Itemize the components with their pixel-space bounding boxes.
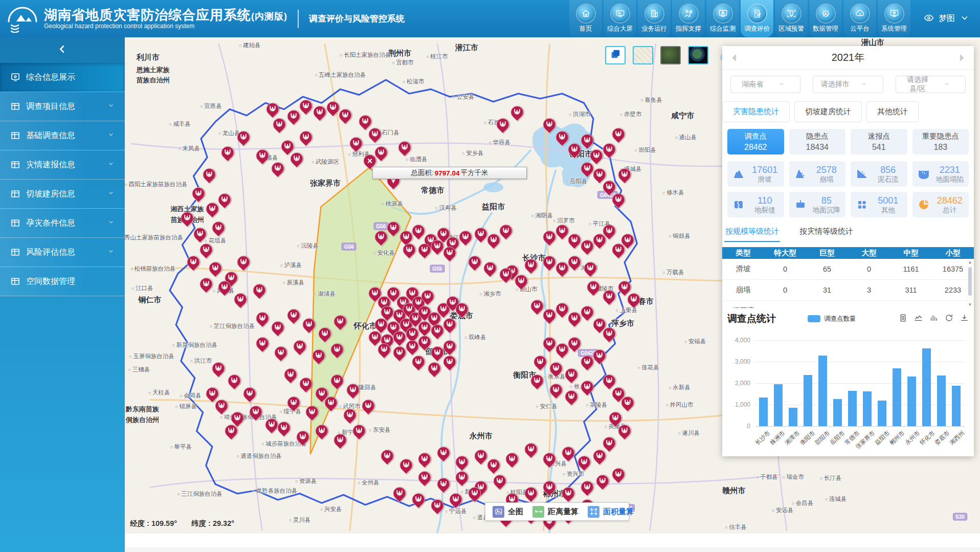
sidebar-item-2[interactable]: 基础调查信息 (0, 121, 125, 150)
hazard-point-marker[interactable] (253, 335, 271, 352)
hazard-point-marker[interactable] (484, 456, 502, 474)
chart-bar-岳阳市[interactable] (833, 399, 842, 426)
hazard-point-marker[interactable] (563, 388, 581, 406)
chevron-down-icon[interactable] (960, 13, 970, 25)
hazard-point-marker[interactable] (541, 450, 559, 468)
hazard-point-marker[interactable] (197, 275, 215, 293)
hazard-point-marker[interactable] (578, 478, 596, 496)
table-scrollbar[interactable]: ▲ ▼ (967, 260, 973, 307)
nav-item-cloud[interactable]: 云平台 (843, 0, 876, 37)
type-card-ground-subsidence[interactable]: 85 地面沉降 (789, 192, 846, 217)
sidebar-item-7[interactable]: 空间数据管理 (0, 267, 125, 296)
hazard-point-marker[interactable] (625, 291, 643, 308)
hazard-point-marker[interactable] (331, 431, 349, 449)
type-card-collapse[interactable]: 2578 崩塌 (789, 161, 846, 187)
hazard-point-marker[interactable] (609, 466, 627, 483)
hazard-point-marker[interactable] (250, 281, 268, 299)
hazard-point-marker[interactable] (270, 116, 288, 134)
table-row[interactable]: 崩塌03133112233 (722, 280, 974, 301)
chart-bar-湘潭市[interactable] (789, 408, 797, 426)
hazard-point-marker[interactable] (481, 259, 499, 277)
sidebar-item-0[interactable]: 综合信息展示 (0, 63, 125, 92)
hazard-point-marker[interactable] (206, 259, 224, 277)
hazard-point-marker[interactable] (600, 434, 618, 452)
hazard-point-marker[interactable] (578, 131, 596, 149)
hazard-point-marker[interactable] (559, 484, 577, 502)
hazard-point-marker[interactable] (491, 472, 508, 490)
hazard-point-marker[interactable] (575, 453, 593, 471)
hazard-point-marker[interactable] (328, 372, 346, 390)
type-card-total[interactable]: 28462 总计 (912, 192, 969, 217)
nav-item-bigscreen[interactable]: 综合大屏 (604, 0, 636, 37)
full-extent-button[interactable]: 全图 (493, 506, 523, 518)
hazard-point-marker[interactable] (344, 381, 362, 399)
type-card-other[interactable]: 5001 其他 (851, 192, 907, 217)
hazard-point-marker[interactable] (216, 191, 234, 209)
hazard-point-marker[interactable] (563, 366, 581, 384)
hazard-point-marker[interactable] (609, 191, 627, 209)
hazard-point-marker[interactable] (522, 484, 540, 502)
sidebar-item-5[interactable]: 孕灾条件信息 (0, 209, 125, 238)
hazard-point-marker[interactable] (303, 403, 321, 421)
chart-bar-郴州市[interactable] (893, 368, 901, 426)
hazard-point-marker[interactable] (508, 103, 526, 121)
eye-icon[interactable] (924, 13, 934, 25)
hazard-point-marker[interactable] (590, 447, 608, 465)
hazard-point-marker[interactable] (400, 240, 418, 258)
chart-legend[interactable]: 调查点数量 (808, 315, 856, 323)
hazard-point-marker[interactable] (409, 491, 427, 509)
hazard-point-marker[interactable] (350, 422, 368, 440)
hazard-point-marker[interactable] (609, 125, 627, 143)
hazard-point-marker[interactable] (272, 344, 290, 362)
hazard-point-marker[interactable] (615, 422, 633, 440)
sidebar-item-3[interactable]: 灾情速报信息 (0, 150, 125, 180)
hazard-point-marker[interactable] (453, 469, 471, 487)
hazard-point-marker[interactable] (297, 128, 315, 146)
chart-bar-长沙市[interactable] (759, 398, 768, 426)
summary-card-0[interactable]: 调查点 28462 (727, 129, 784, 154)
hazard-point-marker[interactable] (366, 125, 384, 143)
region-select-2[interactable]: 请选择县/区 (896, 76, 966, 93)
type-card-ground-fissure[interactable]: 110 地裂缝 (727, 192, 784, 217)
measure-area-button[interactable]: 面积量算 (588, 506, 634, 518)
hazard-point-marker[interactable] (200, 166, 218, 184)
bar-chart-icon[interactable] (929, 314, 938, 324)
refresh-icon[interactable] (945, 314, 953, 324)
hazard-point-marker[interactable] (264, 100, 282, 118)
hazard-point-marker[interactable] (253, 147, 271, 165)
hazard-point-marker[interactable] (328, 341, 346, 359)
hazard-point-marker[interactable] (522, 440, 540, 458)
hazard-point-marker[interactable] (465, 253, 483, 271)
hazard-point-marker[interactable] (231, 291, 249, 308)
hazard-point-marker[interactable] (284, 394, 302, 412)
hazard-point-marker[interactable] (578, 378, 596, 396)
hazard-point-marker[interactable] (425, 360, 443, 378)
hazard-point-marker[interactable] (219, 144, 237, 162)
hazard-point-marker[interactable] (234, 128, 252, 146)
hazard-point-marker[interactable] (291, 338, 308, 356)
hazard-point-marker[interactable] (494, 116, 511, 134)
grade-subtab-1[interactable]: 按灾情等级统计 (798, 227, 854, 242)
hazard-point-marker[interactable] (440, 353, 458, 371)
chart-bar-湘西州[interactable] (952, 386, 961, 426)
sidebar-item-4[interactable]: 切坡建房信息 (0, 180, 125, 209)
sidebar-collapse-button[interactable] (0, 37, 125, 63)
hazard-point-marker[interactable] (391, 484, 409, 502)
hazard-point-marker[interactable] (316, 325, 333, 343)
nav-item-data[interactable]: 数据管理 (809, 0, 842, 37)
hazard-point-marker[interactable] (453, 453, 471, 471)
layers-button[interactable] (605, 46, 626, 64)
chart-bar-怀化市[interactable] (922, 348, 931, 426)
hazard-point-marker[interactable] (428, 497, 446, 515)
hazard-point-marker[interactable] (189, 184, 207, 202)
region-select-0[interactable]: 湖南省 (730, 76, 800, 93)
chart-bar-益阳市[interactable] (878, 401, 886, 426)
hazard-point-marker[interactable] (284, 107, 302, 125)
hazard-point-marker[interactable] (197, 240, 215, 258)
hazard-point-marker[interactable] (584, 278, 602, 296)
hazard-point-marker[interactable] (378, 447, 396, 465)
hazard-point-marker[interactable] (341, 406, 359, 424)
hazard-point-marker[interactable] (356, 113, 374, 130)
hazard-point-marker[interactable] (269, 160, 287, 178)
hazard-point-marker[interactable] (503, 450, 521, 468)
